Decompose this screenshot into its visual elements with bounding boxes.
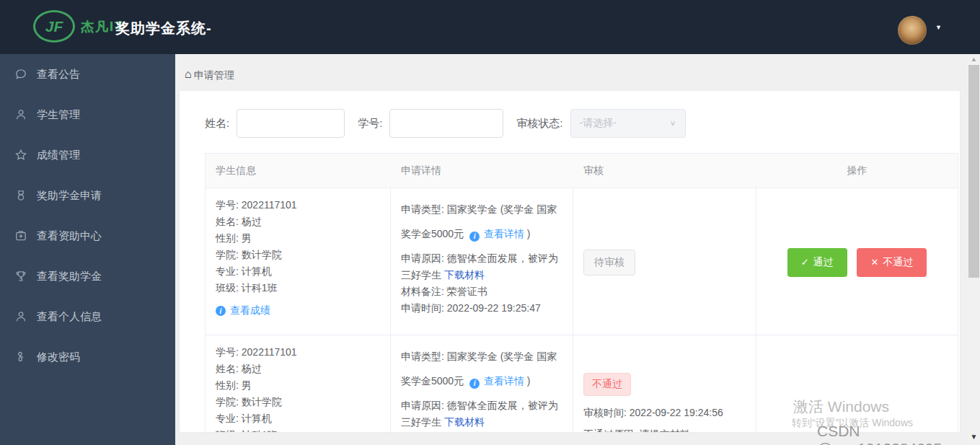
- sidebar-item-label: 成绩管理: [37, 149, 80, 162]
- user-icon: [14, 108, 27, 121]
- user-icon: [14, 310, 27, 323]
- app-logo: JF 杰凡IT: [33, 10, 124, 43]
- review-status-label: 审核状态:: [516, 117, 562, 131]
- avatar-caret-icon[interactable]: ▼: [935, 24, 942, 31]
- app-header: JF 杰凡IT 奖助学金系统- ▼: [0, 0, 980, 54]
- chevron-down-icon: ∨: [670, 119, 676, 127]
- vertical-scrollbar[interactable]: ▲ ▼: [968, 54, 980, 445]
- sidebar-item-change-password[interactable]: 修改密码: [0, 337, 175, 377]
- apply-type: 申请类型: 国家奖学金 (奖学金 国家奖学金5000元 i 查看详情 ): [401, 197, 562, 246]
- name-input[interactable]: [237, 109, 345, 138]
- sidebar-item-label: 查看个人信息: [37, 310, 102, 324]
- apply-details-cell: 申请类型: 国家奖学金 (奖学金 国家奖学金5000元 i 查看详情 ) 申请原…: [391, 188, 573, 335]
- student-name: 姓名: 杨过: [216, 361, 380, 377]
- reject-button[interactable]: ✕不通过: [857, 248, 927, 277]
- sidebar-item-students[interactable]: 学生管理: [0, 94, 175, 135]
- sidebar-item-label: 修改密码: [37, 351, 80, 364]
- reject-reason: 不通过原因: 请提交材料: [583, 426, 746, 433]
- student-class: 班级: 计科1班: [216, 280, 380, 296]
- sidebar-item-view-scholarships[interactable]: 查看奖助学金: [0, 256, 175, 296]
- sidebar-item-label: 学生管理: [37, 108, 80, 122]
- material-note: 材料备注: 荣誉证书: [401, 283, 562, 300]
- paren-close: ): [527, 228, 531, 239]
- apply-reason: 申请原因: 德智体全面发展，被评为三好学生 下载材料: [401, 397, 562, 431]
- student-name: 姓名: 杨过: [216, 213, 380, 230]
- view-detail-link[interactable]: 查看详情: [484, 375, 524, 387]
- trophy-icon: [14, 270, 27, 283]
- apply-time: 申请时间: 2022-09-22 19:25:47: [401, 300, 562, 317]
- download-materials-link[interactable]: 下载材料: [444, 269, 485, 281]
- star-icon: [14, 149, 27, 162]
- main-content: ⌂ 申请管理 姓名: 学号: 审核状态: -请选择- ∨ 学生信息 申请详情 审…: [175, 54, 968, 445]
- logo-jf-icon: JF: [33, 10, 75, 43]
- search-form: 姓名: 学号: 审核状态: -请选择- ∨: [180, 91, 960, 153]
- sidebar-item-scholarship-apply[interactable]: 奖助学金申请: [0, 175, 175, 216]
- review-time: 审核时间: 2022-09-22 19:24:56: [583, 405, 746, 421]
- approve-label: 通过: [813, 256, 834, 268]
- apply-type: 申请类型: 国家奖学金 (奖学金 国家奖学金5000元 i 查看详情 ): [401, 344, 562, 393]
- sidebar-item-label: 奖助学金申请: [37, 189, 102, 203]
- info-icon: i: [216, 306, 226, 316]
- review-status-select[interactable]: -请选择- ∨: [570, 109, 686, 138]
- student-college: 学院: 数计学院: [216, 247, 380, 263]
- student-id: 学号: 2022117101: [216, 197, 380, 213]
- actions-cell: ✓通过 ✕不通过: [756, 188, 958, 335]
- table-header-row: 学生信息 申请详情 审核 操作: [206, 154, 958, 188]
- student-class: 班级: 计科1班: [216, 427, 380, 433]
- application-panel: 姓名: 学号: 审核状态: -请选择- ∨ 学生信息 申请详情 审核 操作: [179, 90, 961, 433]
- student-college: 学院: 数计学院: [216, 394, 380, 410]
- sidebar-item-label: 查看资助中心: [37, 229, 102, 243]
- breadcrumb: ⌂ 申请管理: [175, 54, 968, 90]
- medal-icon: [14, 189, 27, 202]
- download-materials-link[interactable]: 下载材料: [444, 416, 485, 428]
- logo-monogram: JF: [45, 18, 63, 35]
- sidebar-item-personal-info[interactable]: 查看个人信息: [0, 296, 175, 337]
- info-icon: i: [469, 232, 480, 242]
- aid-kit-icon: [14, 229, 27, 242]
- student-major: 专业: 计算机: [216, 410, 380, 427]
- home-icon: ⌂: [185, 69, 192, 79]
- breadcrumb-current: 申请管理: [194, 69, 234, 82]
- col-header-student-info: 学生信息: [206, 164, 391, 177]
- student-id-label: 学号:: [358, 117, 382, 131]
- reject-label: 不通过: [883, 256, 913, 268]
- table-row: 学号: 2022117101 姓名: 杨过 性别: 男 学院: 数计学院 专业:…: [206, 188, 958, 335]
- view-grades-label: 查看成绩: [230, 304, 270, 317]
- approve-button[interactable]: ✓通过: [787, 248, 847, 277]
- sidebar-item-announcements[interactable]: 查看公告: [0, 54, 175, 94]
- student-gender: 性别: 男: [216, 230, 380, 247]
- view-grades-link[interactable]: i 查看成绩: [216, 304, 380, 317]
- col-header-apply-details: 申请详情: [391, 164, 573, 177]
- apply-details-cell: 申请类型: 国家奖学金 (奖学金 国家奖学金5000元 i 查看详情 ) 申请原…: [391, 335, 573, 433]
- review-status-selected-value: -请选择-: [580, 117, 617, 130]
- page-title: 奖助学金系统-: [115, 0, 212, 54]
- sidebar-item-funding-center[interactable]: 查看资助中心: [0, 216, 175, 256]
- student-info-cell: 学号: 2022117101 姓名: 杨过 性别: 男 学院: 数计学院 专业:…: [206, 188, 391, 335]
- info-icon: i: [469, 379, 480, 389]
- apply-reason: 申请原因: 德智体全面发展，被评为三好学生 下载材料: [401, 250, 562, 283]
- scroll-up-arrow-icon[interactable]: ▲: [968, 56, 980, 63]
- paren-close: ): [527, 375, 531, 387]
- actions-cell: [756, 335, 958, 433]
- col-header-actions: 操作: [756, 164, 958, 177]
- sidebar: 查看公告 学生管理 成绩管理 奖助学金申请 查看资助中心 查看奖助学金 查看个人…: [0, 54, 175, 445]
- status-badge-rejected: 不通过: [583, 373, 631, 396]
- col-header-review: 审核: [573, 164, 756, 177]
- student-gender: 性别: 男: [216, 377, 380, 394]
- name-label: 姓名:: [205, 117, 229, 131]
- key-icon: [14, 351, 27, 364]
- sidebar-item-label: 查看奖助学金: [37, 270, 102, 283]
- student-id-input[interactable]: [389, 109, 503, 138]
- student-info-cell: 学号: 2022117101 姓名: 杨过 性别: 男 学院: 数计学院 专业:…: [206, 335, 391, 433]
- sidebar-item-label: 查看公告: [37, 68, 80, 81]
- scrollbar-thumb[interactable]: [968, 65, 979, 278]
- chat-icon: [14, 68, 27, 81]
- sidebar-item-grades[interactable]: 成绩管理: [0, 135, 175, 175]
- avatar[interactable]: [898, 16, 927, 45]
- review-cell: 待审核: [573, 188, 756, 335]
- status-badge-pending: 待审核: [583, 250, 635, 276]
- view-detail-link[interactable]: 查看详情: [484, 228, 524, 239]
- review-cell: 不通过 审核时间: 2022-09-22 19:24:56 不通过原因: 请提交…: [573, 335, 756, 433]
- scroll-down-arrow-icon[interactable]: ▼: [968, 433, 980, 441]
- table-row: 学号: 2022117101 姓名: 杨过 性别: 男 学院: 数计学院 专业:…: [206, 335, 958, 433]
